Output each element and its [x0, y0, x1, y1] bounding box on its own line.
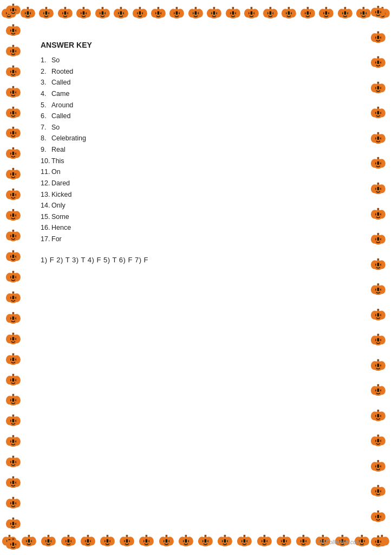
pumpkin-icon: [169, 5, 185, 22]
svg-rect-448: [12, 476, 15, 479]
answer-key-title: ANSWER KEY: [41, 41, 351, 49]
svg-rect-154: [28, 535, 30, 538]
svg-point-456: [6, 499, 14, 507]
svg-point-136: [359, 9, 369, 18]
list-item: 13.Kicked: [41, 189, 351, 201]
svg-point-9: [27, 9, 35, 17]
border-top: [0, 0, 392, 27]
svg-point-22: [58, 9, 66, 17]
svg-marker-257: [305, 540, 306, 543]
svg-point-330: [6, 129, 14, 138]
svg-point-29: [76, 9, 84, 17]
svg-rect-335: [12, 131, 15, 134]
svg-rect-328: [12, 111, 15, 114]
answer-number: 5.: [41, 100, 46, 111]
svg-point-491: [371, 59, 378, 67]
svg-point-45: [116, 9, 126, 18]
svg-point-576: [378, 361, 386, 370]
svg-point-422: [13, 396, 21, 405]
svg-point-31: [79, 9, 89, 18]
svg-marker-256: [300, 540, 302, 543]
svg-point-514: [373, 134, 383, 144]
svg-marker-144: [380, 12, 381, 15]
svg-point-591: [373, 411, 383, 421]
svg-rect-357: [12, 209, 15, 212]
svg-point-122: [322, 9, 331, 18]
pumpkin-icon: [80, 533, 96, 550]
svg-rect-181: [87, 539, 89, 543]
svg-rect-532: [377, 208, 380, 210]
svg-point-92: [244, 9, 252, 17]
svg-marker-354: [10, 193, 11, 196]
pumpkin-icon: [139, 533, 155, 550]
svg-marker-88: [230, 12, 231, 15]
svg-point-163: [48, 537, 56, 545]
svg-point-108: [284, 9, 294, 18]
answer-number: 9.: [41, 144, 46, 156]
svg-rect-539: [377, 233, 380, 236]
svg-rect-133: [363, 7, 365, 10]
svg-point-171: [63, 537, 73, 546]
svg-point-437: [8, 437, 18, 447]
svg-point-213: [181, 537, 191, 546]
svg-point-477: [371, 8, 378, 17]
svg-point-359: [13, 211, 21, 220]
svg-rect-363: [12, 214, 15, 217]
svg-marker-327: [15, 111, 16, 114]
answer-text: So: [51, 124, 60, 131]
svg-marker-502: [380, 87, 381, 89]
pumpkin-icon: [374, 533, 390, 550]
svg-rect-447: [12, 460, 15, 463]
svg-rect-342: [12, 152, 15, 155]
svg-point-141: [375, 9, 383, 17]
svg-marker-137: [361, 12, 362, 15]
svg-rect-0: [8, 7, 10, 10]
svg-rect-77: [213, 7, 215, 10]
svg-marker-418: [15, 378, 16, 381]
svg-point-24: [60, 9, 70, 18]
svg-point-519: [371, 159, 378, 168]
svg-rect-511: [377, 132, 380, 135]
border-left: [0, 0, 27, 555]
svg-point-80: [210, 9, 219, 18]
svg-point-381: [8, 273, 18, 282]
svg-rect-210: [185, 535, 187, 538]
svg-marker-340: [10, 152, 11, 155]
svg-point-99: [263, 9, 271, 17]
svg-rect-147: [9, 535, 11, 538]
svg-point-71: [188, 9, 196, 17]
svg-point-527: [378, 184, 386, 193]
svg-point-120: [319, 9, 326, 17]
svg-point-464: [13, 519, 21, 528]
svg-point-79: [214, 9, 221, 17]
svg-rect-504: [377, 107, 380, 109]
svg-marker-165: [45, 540, 47, 543]
svg-point-156: [29, 537, 36, 545]
svg-marker-389: [10, 296, 11, 299]
svg-marker-249: [281, 540, 282, 543]
svg-rect-196: [146, 535, 148, 538]
svg-point-289: [13, 5, 21, 14]
svg-point-379: [6, 273, 14, 281]
svg-point-569: [378, 335, 386, 344]
svg-rect-343: [12, 168, 15, 171]
svg-point-597: [378, 437, 386, 446]
answer-number: 4.: [41, 88, 46, 100]
svg-point-534: [378, 210, 386, 218]
svg-rect-594: [377, 414, 380, 417]
svg-point-577: [373, 361, 383, 371]
svg-point-44: [121, 9, 128, 17]
svg-marker-298: [10, 29, 11, 32]
pumpkin-icon: [132, 5, 148, 22]
pumpkin-icon: [38, 5, 55, 22]
svg-marker-172: [66, 540, 67, 543]
svg-point-423: [8, 396, 18, 406]
svg-marker-530: [380, 188, 381, 190]
pumpkin-icon: [5, 413, 22, 429]
svg-marker-291: [10, 9, 11, 11]
svg-point-114: [307, 9, 315, 17]
svg-marker-495: [380, 61, 381, 64]
svg-rect-433: [12, 419, 15, 422]
svg-rect-294: [12, 24, 15, 27]
svg-marker-536: [375, 212, 376, 215]
